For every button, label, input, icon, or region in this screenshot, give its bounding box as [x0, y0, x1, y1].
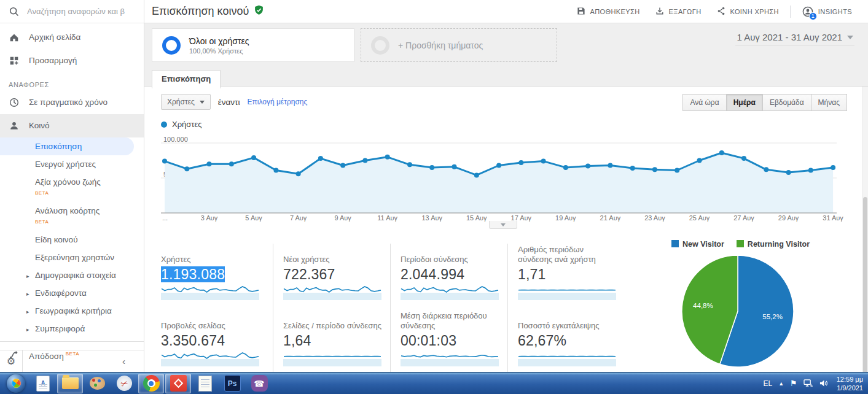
tab-overview[interactable]: Επισκόπηση	[152, 70, 221, 88]
xtick-label: 21 Αυγ	[600, 214, 621, 222]
granularity-ανά-ώρα[interactable]: Ανά ώρα	[682, 94, 726, 111]
collapse-sidebar-icon[interactable]: ‹	[122, 356, 125, 366]
expand-arrow-icon[interactable]: ▸	[26, 325, 29, 335]
snipping-tool-icon[interactable]: ✂	[111, 374, 137, 393]
chrome-icon[interactable]	[138, 374, 164, 393]
explorer-icon[interactable]	[57, 374, 83, 393]
search-input[interactable]	[27, 7, 135, 16]
sidebar-subitem-εξερεύνηση-χρηστών[interactable]: Εξερεύνηση χρηστών	[0, 249, 144, 266]
remote-desktop-icon[interactable]	[165, 374, 191, 393]
scrollbar-thumb[interactable]	[863, 197, 867, 394]
granularity-ημέρα[interactable]: Ημέρα	[726, 94, 763, 111]
add-segment-button[interactable]: + Προσθήκη τμήματος	[361, 28, 557, 62]
select-metric-link[interactable]: Επιλογή μέτρησης	[247, 98, 307, 106]
taskbar-clock[interactable]: 12:59 μμ 1/9/2021	[834, 375, 863, 392]
action-κοινη-χρηση[interactable]: ΚΟΙΝΗ ΧΡΗΣΗ	[710, 2, 785, 21]
metric-card-προβολές-σελίδας[interactable]: Προβολές σελίδας3.350.674	[161, 310, 273, 376]
metric-label: Σελίδες / περίοδο σύνδεσης	[283, 310, 381, 331]
sidebar-subitem-γεωγραφικά-κριτήρια[interactable]: ▸Γεωγραφικά κριτήρια	[0, 302, 144, 320]
sidebar-subitem-είδη-κοινού[interactable]: Είδη κοινού	[0, 231, 144, 249]
sidebar-item-αρχική-σελίδα[interactable]: Αρχική σελίδα	[0, 26, 144, 49]
sidebar-subitem-label: Εξερεύνηση χρηστών	[35, 253, 114, 262]
metric-card-ποσοστό-εγκατάλειψης[interactable]: Ποσοστό εγκατάλειψης62,67%	[507, 310, 625, 376]
metric-dropdown[interactable]: Χρήστες	[161, 94, 211, 110]
metric-label: Αριθμός περιόδων σύνδεσης ανά χρήστη	[518, 244, 616, 265]
xtick-label: 15 Αυγ	[466, 214, 487, 222]
metric-card-περίοδοι-σύνδεσης[interactable]: Περίοδοι σύνδεσης2.044.994	[390, 244, 507, 310]
sidebar-item-κοινό[interactable]: Κοινό	[0, 114, 144, 137]
action-αποθηκευση[interactable]: ΑΠΟΘΗΚΕΥΣΗ	[570, 2, 646, 21]
sidebar-subitem-δημογραφικά-στοιχεία[interactable]: ▸Δημογραφικά στοιχεία	[0, 266, 144, 284]
sidebar-nav: Αρχική σελίδαΠροσαρμογήΑΝΑΦΟΡΕΣΣε πραγμα…	[0, 23, 144, 369]
start-button[interactable]	[3, 374, 29, 393]
wordpad-icon[interactable]: A	[30, 374, 56, 393]
sidebar-subitem-ανάλυση-κοόρτης[interactable]: Ανάλυση κοόρτηςBETA	[0, 202, 144, 231]
photoshop-glyph: Ps	[224, 375, 241, 392]
viber-icon[interactable]: ☎	[246, 374, 272, 393]
metric-label: Νέοι χρήστες	[283, 244, 381, 265]
sidebar-subitem-label: Ενδιαφέροντα	[35, 288, 87, 298]
granularity-εβδομάδα[interactable]: Εβδομάδα	[762, 94, 811, 111]
date-range-selector[interactable]: 1 Αυγ 2021 - 31 Αυγ 2021	[735, 31, 854, 45]
granularity-buttons: Ανά ώραΗμέραΕβδομάδαΜήνας	[683, 94, 847, 111]
metric-label: Ποσοστό εγκατάλειψης	[518, 310, 616, 331]
metric-value: 00:01:03	[401, 333, 499, 349]
tray-time: 12:59 μμ	[837, 375, 863, 384]
notepad-icon[interactable]	[192, 374, 218, 393]
sidebar-item-σε-πραγματικό-χρόνο[interactable]: Σε πραγματικό χρόνο	[0, 91, 144, 114]
sidebar-subitem-συμπεριφορά[interactable]: ▸Συμπεριφορά	[0, 320, 144, 338]
metric-sparkline	[283, 284, 381, 300]
metric-sparkline	[161, 284, 259, 300]
vs-label: έναντι	[218, 98, 240, 107]
chart-collapse-button[interactable]	[489, 221, 517, 229]
export-icon	[655, 6, 665, 17]
segment-all-users[interactable]: Όλοι οι χρήστες 100,00% Χρήστες	[152, 28, 354, 62]
vertical-scrollbar[interactable]	[862, 87, 868, 372]
phone-glyph: ☎	[251, 375, 268, 392]
segment-donut-icon	[162, 36, 181, 55]
sidebar-subitem-ενεργοί-χρήστες[interactable]: Ενεργοί χρήστες	[0, 155, 144, 173]
sidebar-subitem-επισκόπηση[interactable]: Επισκόπηση	[0, 137, 134, 155]
svg-text:55,2%: 55,2%	[762, 313, 783, 320]
date-caret-icon	[847, 36, 853, 39]
expand-arrow-icon[interactable]: ▸	[26, 307, 29, 317]
photoshop-icon[interactable]: Ps	[219, 374, 245, 393]
paint-icon[interactable]	[84, 374, 110, 393]
language-indicator[interactable]: EL	[763, 379, 772, 388]
legend-dot-icon	[161, 122, 167, 128]
users-line-chart[interactable]	[161, 134, 837, 214]
metric-card-αριθμός-περιόδων-σύνδεσης-ανά-χρήστη[interactable]: Αριθμός περιόδων σύνδεσης ανά χρήστη1,71	[507, 244, 625, 310]
action-label: INSIGHTS	[818, 8, 852, 15]
network-icon[interactable]	[803, 379, 813, 387]
action-center-flag-icon[interactable]: ⚑	[790, 379, 797, 388]
granularity-μήνας[interactable]: Μήνας	[811, 94, 847, 111]
segment-title: Όλοι οι χρήστες	[189, 36, 249, 46]
action-insights[interactable]: 1INSIGHTS	[796, 2, 858, 21]
sidebar-item-προσαρμογή[interactable]: Προσαρμογή	[0, 49, 144, 72]
add-segment-label: + Προσθήκη τμήματος	[398, 41, 483, 50]
sidebar: Αρχική σελίδαΠροσαρμογήΑΝΑΦΟΡΕΣΣε πραγμα…	[0, 0, 144, 372]
audience-icon	[9, 120, 20, 131]
admin-gear-icon[interactable]: ⚙	[0, 350, 23, 372]
expand-arrow-icon[interactable]: ▸	[26, 289, 29, 299]
sidebar-subitem-ενδιαφέροντα[interactable]: ▸Ενδιαφέροντα	[0, 284, 144, 302]
action-εξαγωγη[interactable]: ΕΞΑΓΩΓΗ	[649, 2, 708, 21]
volume-icon[interactable]	[819, 379, 828, 387]
tray-expand-icon[interactable]: ▲	[778, 380, 784, 387]
metric-label: Μέση διάρκεια περιόδου σύνδεσης	[401, 310, 499, 331]
sidebar-subitem-αξία-χρόνου-ζωής[interactable]: Αξία χρόνου ζωήςBETA	[0, 173, 144, 202]
metric-card-μέση-διάρκεια-περιόδου-σύνδεσης[interactable]: Μέση διάρκεια περιόδου σύνδεσης00:01:03	[390, 310, 507, 376]
metric-card-χρήστες[interactable]: Χρήστες1.193.088	[161, 244, 273, 310]
expand-arrow-icon[interactable]: ▸	[26, 271, 29, 282]
header-divider	[790, 6, 791, 18]
analytics-app: Αρχική σελίδαΠροσαρμογήΑΝΑΦΟΡΕΣΣε πραγμα…	[0, 0, 868, 394]
metric-card-σελίδες-περίοδο-σύνδεσης[interactable]: Σελίδες / περίοδο σύνδεσης1,64	[273, 310, 390, 376]
report-search[interactable]	[0, 0, 144, 23]
visitor-pie-chart[interactable]: 55,2%44,8%	[681, 254, 795, 368]
metric-card-νέοι-χρήστες[interactable]: Νέοι χρήστες722.367	[273, 244, 390, 310]
metric-label: Χρήστες	[161, 244, 264, 265]
reports-section-label: ΑΝΑΦΟΡΕΣ	[0, 72, 144, 91]
xtick-label: 11 Αυγ	[377, 214, 397, 222]
metric-sparkline	[518, 350, 616, 366]
chevron-down-icon	[200, 101, 205, 104]
